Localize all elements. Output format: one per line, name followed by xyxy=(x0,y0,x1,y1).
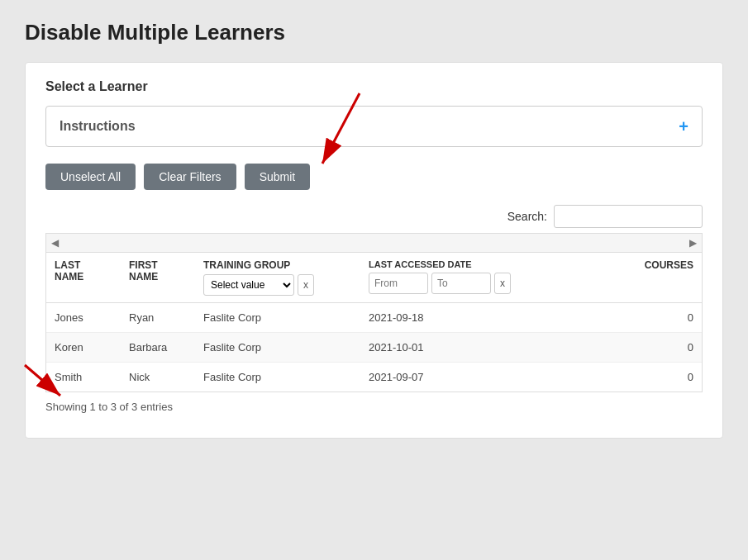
cell-last-accessed: 2021-09-07 xyxy=(360,363,636,392)
clear-filters-button[interactable]: Clear Filters xyxy=(144,164,236,190)
cell-training-group: Faslite Corp xyxy=(195,333,360,363)
button-row: Unselect All Clear Filters Submit xyxy=(45,164,703,190)
training-group-filter[interactable]: Select value xyxy=(203,274,294,296)
cell-last-accessed: 2021-09-18 xyxy=(360,303,636,333)
cell-courses: 0 xyxy=(636,333,702,363)
table-footer: Showing 1 to 3 of 3 entries xyxy=(45,401,703,413)
cell-first-name: Barbara xyxy=(121,333,195,363)
col-header-courses: COURSES xyxy=(636,253,702,303)
section-title: Select a Learner xyxy=(45,79,703,94)
instructions-box: Instructions + xyxy=(45,106,703,147)
page-title: Disable Multiple Learners xyxy=(25,20,723,45)
table-row: Jones Ryan Faslite Corp 2021-09-18 0 xyxy=(46,303,702,333)
cell-courses: 0 xyxy=(636,303,702,333)
cell-first-name: Nick xyxy=(121,363,195,392)
date-from-input[interactable] xyxy=(369,273,428,294)
cell-courses: 0 xyxy=(636,363,702,392)
unselect-all-button[interactable]: Unselect All xyxy=(45,164,136,190)
training-group-clear-button[interactable]: x xyxy=(298,274,314,296)
learners-table: LASTNAME FIRSTNAME TRAINING GROUP Select… xyxy=(46,253,702,392)
cell-last-name: Smith xyxy=(46,363,121,392)
col-header-first-name: FIRSTNAME xyxy=(121,253,195,303)
cell-first-name: Ryan xyxy=(121,303,195,333)
cell-training-group: Faslite Corp xyxy=(195,303,360,333)
cell-last-name: Koren xyxy=(46,333,121,363)
col-header-last-name: LASTNAME xyxy=(46,253,121,303)
scroll-left-arrow[interactable]: ◀ xyxy=(48,237,62,249)
col-header-last-accessed: LAST ACCESSED DATE x xyxy=(360,253,636,303)
table-row: Koren Barbara Faslite Corp 2021-10-01 0 xyxy=(46,333,702,363)
submit-button[interactable]: Submit xyxy=(245,164,311,190)
table-body: Jones Ryan Faslite Corp 2021-09-18 0 Kor… xyxy=(46,303,702,392)
search-label: Search: xyxy=(507,210,547,223)
scroll-bar: ◀ ▶ xyxy=(46,234,702,253)
instructions-toggle-button[interactable]: + xyxy=(679,118,688,135)
table-row: Smith Nick Faslite Corp 2021-09-07 0 xyxy=(46,363,702,392)
cell-last-name: Jones xyxy=(46,303,121,333)
scroll-right-arrow[interactable]: ▶ xyxy=(686,237,700,249)
search-input[interactable] xyxy=(554,205,703,228)
date-to-input[interactable] xyxy=(431,273,491,294)
cell-training-group: Faslite Corp xyxy=(195,363,360,392)
date-clear-button[interactable]: x xyxy=(494,273,511,294)
table-container: ◀ ▶ LASTNAME FIRSTNAME xyxy=(45,233,703,392)
cell-last-accessed: 2021-10-01 xyxy=(360,333,636,363)
col-header-training-group: TRAINING GROUP Select value x xyxy=(195,253,360,303)
instructions-label: Instructions xyxy=(60,119,136,134)
search-row: Search: xyxy=(45,205,703,228)
